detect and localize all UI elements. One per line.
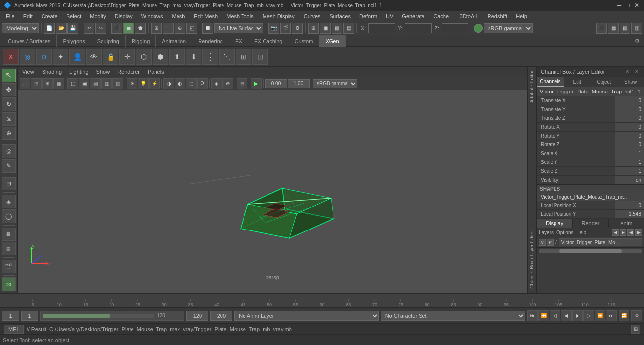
xgen-icon-lt[interactable]: XG xyxy=(2,277,16,291)
pb-step-fwd-btn[interactable]: ⏩ xyxy=(595,310,605,321)
vt-bounding-box-btn[interactable]: ▧ xyxy=(112,78,123,89)
attribute-editor-vertical-tab[interactable]: Attribute Editor xyxy=(528,67,536,107)
y-input[interactable] xyxy=(405,23,432,33)
film-gate-btn[interactable]: ▤ xyxy=(343,23,354,34)
rotate-tool-lt[interactable]: ↻ xyxy=(2,97,16,111)
snap-curve-btn[interactable]: ⌒ xyxy=(163,23,174,34)
view-prefs-btn[interactable]: ▦ xyxy=(608,23,619,34)
pb-end-frame[interactable] xyxy=(186,311,208,321)
layer-nav-fwd2[interactable]: ▶ xyxy=(635,229,642,236)
ch-tab-channels[interactable]: Channels xyxy=(537,77,564,87)
ch-attr-sx[interactable]: Scale X 1 xyxy=(537,149,644,158)
pb-char-set[interactable]: No Character Set xyxy=(381,311,525,321)
pb-play-back-btn[interactable]: ◀ xyxy=(561,310,572,321)
show-grid-btn[interactable]: ⊞ xyxy=(308,23,319,34)
h-scrollbar[interactable] xyxy=(537,248,644,253)
shelf-person-btn[interactable]: 👤 xyxy=(69,49,85,65)
menu-create[interactable]: Create xyxy=(38,12,62,20)
soft-select-lt[interactable]: ◎ xyxy=(2,144,16,158)
shelf-merge-btn[interactable]: ⋱ xyxy=(219,49,235,65)
dt-tab-render[interactable]: Render xyxy=(573,219,608,228)
ch-attr-ry[interactable]: Rotate Y 0 xyxy=(537,132,644,140)
show-manip-lt[interactable]: ⊟ xyxy=(2,177,16,191)
ws-tab-animation[interactable]: Animation xyxy=(156,35,192,47)
layer-nav-back[interactable]: ◀ xyxy=(612,229,619,236)
ipr-render-btn[interactable]: 🎬 xyxy=(280,23,291,34)
paint-weights-lt[interactable]: ✎ xyxy=(2,159,16,173)
shelf-circle2-btn[interactable]: ⊙ xyxy=(36,49,52,65)
shelf-plus-btn[interactable]: ✦ xyxy=(53,49,68,65)
ws-tab-rigging[interactable]: Rigging xyxy=(126,35,156,47)
gate-mask-btn[interactable]: ▨ xyxy=(332,23,342,34)
x-input[interactable] xyxy=(368,23,395,33)
pb-settings-btn[interactable]: ⚙ xyxy=(631,310,642,321)
ch-tab-show[interactable]: Show xyxy=(617,77,644,87)
menu-3dtoall[interactable]: -3DtoAll- xyxy=(454,12,483,20)
display-prefs-btn[interactable]: ⬛ xyxy=(596,23,607,34)
render-settings-btn[interactable]: ⚙ xyxy=(292,23,303,34)
vt-color-space[interactable]: sRGB gamma xyxy=(313,79,357,88)
vp-menu-shading[interactable]: Shading xyxy=(39,69,65,75)
shelf-extrude-btn[interactable]: ⊡ xyxy=(252,49,268,65)
vp-menu-view[interactable]: View xyxy=(20,69,37,75)
ch-attr-lpx[interactable]: Local Position X 0 xyxy=(537,201,644,210)
outliner-lt[interactable]: ▦ xyxy=(2,228,16,241)
vt-resolution-gate-btn[interactable]: ⊞ xyxy=(42,78,53,89)
more-prefs-btn[interactable]: ▥ xyxy=(631,23,642,34)
menu-select[interactable]: Select xyxy=(63,12,86,20)
panel-close-btn[interactable]: ✕ xyxy=(633,69,640,74)
z-input[interactable] xyxy=(442,23,468,33)
vt-shadow-btn[interactable]: ◑ xyxy=(163,78,174,89)
layer-v-btn[interactable]: V xyxy=(539,239,546,246)
vt-isolate-btn[interactable]: ◈ xyxy=(211,78,222,89)
pb-anim-layer[interactable]: No Anim Layer xyxy=(234,311,378,321)
render-preview-btn[interactable]: 📷 xyxy=(268,23,279,34)
vt-ao-btn[interactable]: ◐ xyxy=(175,78,185,89)
ws-tab-sculpting[interactable]: Sculpting xyxy=(91,35,126,47)
scene-area[interactable]: x y z persp xyxy=(18,90,527,282)
shelf-down-btn[interactable]: ⬇ xyxy=(186,49,201,65)
vt-smooth-btn[interactable]: ▣ xyxy=(79,78,89,89)
ch-attr-sz[interactable]: Scale Z 1 xyxy=(537,167,644,176)
scale-tool-lt[interactable]: ⇲ xyxy=(2,112,16,126)
dsm-options[interactable]: Options xyxy=(556,230,573,235)
menu-mesh[interactable]: Mesh xyxy=(168,12,189,20)
menu-modify[interactable]: Modify xyxy=(86,12,110,20)
pb-prev-key-btn[interactable]: ◁ xyxy=(550,310,560,321)
pb-go-end-btn[interactable]: ⏭ xyxy=(606,310,617,321)
vt-safe-action-btn[interactable]: ▦ xyxy=(53,78,64,89)
ch-attr-sy[interactable]: Scale Y 1 xyxy=(537,158,644,167)
menu-help[interactable]: Help xyxy=(512,12,531,20)
frame-slider[interactable]: 120 xyxy=(40,311,184,321)
ch-tab-object[interactable]: Object xyxy=(591,77,618,87)
render-view-lt[interactable]: 🎬 xyxy=(2,260,16,274)
shelf-cube-btn[interactable]: ⬡ xyxy=(136,49,152,65)
close-button[interactable]: ✕ xyxy=(633,2,640,9)
vt-hw-select-btn[interactable]: ⊕ xyxy=(222,78,233,89)
ws-tab-fx[interactable]: FX xyxy=(229,35,248,47)
vt-smooth-wire-btn[interactable]: ▤ xyxy=(90,78,101,89)
redo-btn[interactable]: ↪ xyxy=(95,23,106,34)
ch-attr-tz[interactable]: Translate Z 0 xyxy=(537,114,644,123)
vt-selected-light-btn[interactable]: ⚡ xyxy=(149,78,160,89)
layer-nav-fwd[interactable]: ▶ xyxy=(620,229,626,236)
undo-btn[interactable]: ↩ xyxy=(84,23,94,34)
vt-gamma-btn[interactable]: Ω xyxy=(197,78,208,89)
open-file-btn[interactable]: 📂 xyxy=(56,23,67,34)
new-file-btn[interactable]: 📄 xyxy=(44,23,55,34)
layer-name[interactable]: Victor_Trigger_Plate_Mo... xyxy=(559,238,642,246)
vt-hud-btn[interactable]: ⊟ xyxy=(237,78,247,89)
status-mel-btn[interactable]: MEL xyxy=(4,325,24,334)
move-tool-lt[interactable]: ✥ xyxy=(2,83,16,97)
ws-tab-polygons[interactable]: Polygons xyxy=(57,35,91,47)
vt-aa-btn[interactable]: ◌ xyxy=(186,78,197,89)
vp-menu-renderer[interactable]: Renderer xyxy=(114,69,143,75)
shelf-arrow-btn[interactable]: ⬆ xyxy=(169,49,185,65)
vt-default-light-btn[interactable]: ☀ xyxy=(127,78,137,89)
snap-toggle-lt[interactable]: ◈ xyxy=(2,195,16,208)
menu-edit[interactable]: Edit xyxy=(20,12,37,20)
shelf-add-btn[interactable]: ✛ xyxy=(119,49,135,65)
shelf-lock-btn[interactable]: 🔒 xyxy=(103,49,118,65)
pb-current-frame[interactable] xyxy=(21,311,38,321)
vt-cam-btn[interactable]: 🎥 xyxy=(20,78,30,89)
